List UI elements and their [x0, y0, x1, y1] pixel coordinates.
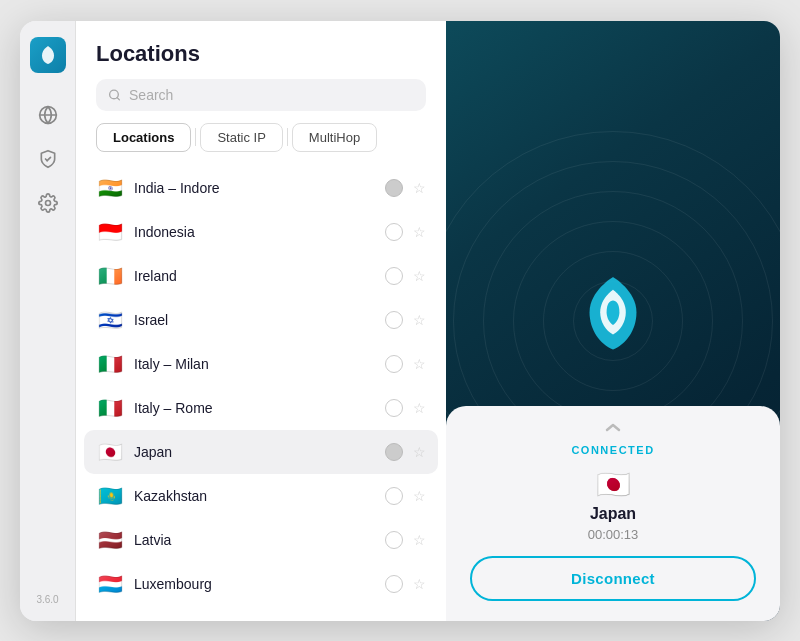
location-status-indonesia — [385, 223, 403, 241]
list-item[interactable]: 🇰🇿 Kazakhstan ☆ — [84, 474, 438, 518]
search-input[interactable] — [129, 87, 414, 103]
list-item[interactable]: 🇱🇺 Luxembourg ☆ — [84, 562, 438, 606]
tab-bar: Locations Static IP MultiHop — [96, 123, 426, 152]
svg-point-4 — [45, 200, 50, 205]
tab-multihop[interactable]: MultiHop — [292, 123, 377, 152]
location-name-israel: Israel — [134, 312, 375, 328]
location-status-japan — [385, 443, 403, 461]
list-item[interactable]: 🇮🇱 Israel ☆ — [84, 298, 438, 342]
flag-kazakhstan: 🇰🇿 — [96, 484, 124, 508]
flag-luxembourg: 🇱🇺 — [96, 572, 124, 596]
app-window: 3.6.0 Locations Locations Static IP Mult… — [20, 21, 780, 621]
star-japan[interactable]: ☆ — [413, 444, 426, 460]
star-india-indore[interactable]: ☆ — [413, 180, 426, 196]
surfshark-logo — [581, 274, 645, 358]
star-ireland[interactable]: ☆ — [413, 268, 426, 284]
svg-line-3 — [47, 157, 50, 160]
connected-timer: 00:00:13 — [588, 527, 639, 542]
location-status-luxembourg — [385, 575, 403, 593]
star-latvia[interactable]: ☆ — [413, 532, 426, 548]
connected-flag: 🇯🇵 — [596, 468, 631, 501]
location-name-latvia: Latvia — [134, 532, 375, 548]
disconnect-button[interactable]: Disconnect — [470, 556, 756, 601]
connected-status-label: CONNECTED — [470, 444, 756, 456]
flag-italy-milan: 🇮🇹 — [96, 352, 124, 376]
app-logo — [30, 37, 66, 73]
location-status-kazakhstan — [385, 487, 403, 505]
connected-info: 🇯🇵 Japan 00:00:13 — [470, 468, 756, 542]
location-name-ireland: Ireland — [134, 268, 375, 284]
location-name-kazakhstan: Kazakhstan — [134, 488, 375, 504]
flag-ireland: 🇮🇪 — [96, 264, 124, 288]
svg-line-6 — [117, 97, 119, 99]
locations-panel: Locations Locations Static IP MultiHop 🇮… — [76, 21, 446, 621]
app-version: 3.6.0 — [36, 594, 58, 605]
flag-indonesia: 🇮🇩 — [96, 220, 124, 244]
flag-india-indore: 🇮🇳 — [96, 176, 124, 200]
tab-static-ip[interactable]: Static IP — [200, 123, 282, 152]
flag-japan: 🇯🇵 — [96, 440, 124, 464]
location-status-latvia — [385, 531, 403, 549]
star-luxembourg[interactable]: ☆ — [413, 576, 426, 592]
location-status-italy-milan — [385, 355, 403, 373]
location-name-italy-rome: Italy – Rome — [134, 400, 375, 416]
sidebar: 3.6.0 — [20, 21, 76, 621]
sidebar-item-protection[interactable] — [30, 141, 66, 177]
tab-divider-1 — [195, 128, 196, 146]
flag-israel: 🇮🇱 — [96, 308, 124, 332]
connected-card: CONNECTED 🇯🇵 Japan 00:00:13 Disconnect — [446, 406, 780, 621]
star-israel[interactable]: ☆ — [413, 312, 426, 328]
list-item[interactable]: 🇱🇻 Latvia ☆ — [84, 518, 438, 562]
location-status-ireland — [385, 267, 403, 285]
list-item[interactable]: 🇮🇹 Italy – Milan ☆ — [84, 342, 438, 386]
flag-italy-rome: 🇮🇹 — [96, 396, 124, 420]
list-item[interactable]: 🇮🇪 Ireland ☆ — [84, 254, 438, 298]
location-name-italy-milan: Italy – Milan — [134, 356, 375, 372]
location-status-india-indore — [385, 179, 403, 197]
location-name-india-indore: India – Indore — [134, 180, 375, 196]
star-indonesia[interactable]: ☆ — [413, 224, 426, 240]
tab-divider-2 — [287, 128, 288, 146]
right-panel: CONNECTED 🇯🇵 Japan 00:00:13 Disconnect — [446, 21, 780, 621]
tab-locations[interactable]: Locations — [96, 123, 191, 152]
list-item[interactable]: 🇮🇩 Indonesia ☆ — [84, 210, 438, 254]
star-italy-milan[interactable]: ☆ — [413, 356, 426, 372]
search-bar[interactable] — [96, 79, 426, 111]
location-status-italy-rome — [385, 399, 403, 417]
sidebar-item-locations[interactable] — [30, 97, 66, 133]
search-icon — [108, 88, 121, 102]
location-list: 🇮🇳 India – Indore ☆ 🇮🇩 Indonesia ☆ 🇮🇪 Ir… — [76, 166, 446, 621]
locations-header: Locations Locations Static IP MultiHop — [76, 21, 446, 166]
connected-country: Japan — [590, 505, 636, 523]
locations-title: Locations — [96, 41, 426, 67]
list-item[interactable]: 🇮🇳 India – Indore ☆ — [84, 166, 438, 210]
location-name-luxembourg: Luxembourg — [134, 576, 375, 592]
star-italy-rome[interactable]: ☆ — [413, 400, 426, 416]
list-item[interactable]: 🇯🇵 Japan ☆ — [84, 430, 438, 474]
location-name-indonesia: Indonesia — [134, 224, 375, 240]
card-chevron[interactable] — [470, 422, 756, 436]
location-status-israel — [385, 311, 403, 329]
flag-latvia: 🇱🇻 — [96, 528, 124, 552]
location-name-japan: Japan — [134, 444, 375, 460]
star-kazakhstan[interactable]: ☆ — [413, 488, 426, 504]
list-item[interactable]: 🇮🇹 Italy – Rome ☆ — [84, 386, 438, 430]
sidebar-item-settings[interactable] — [30, 185, 66, 221]
